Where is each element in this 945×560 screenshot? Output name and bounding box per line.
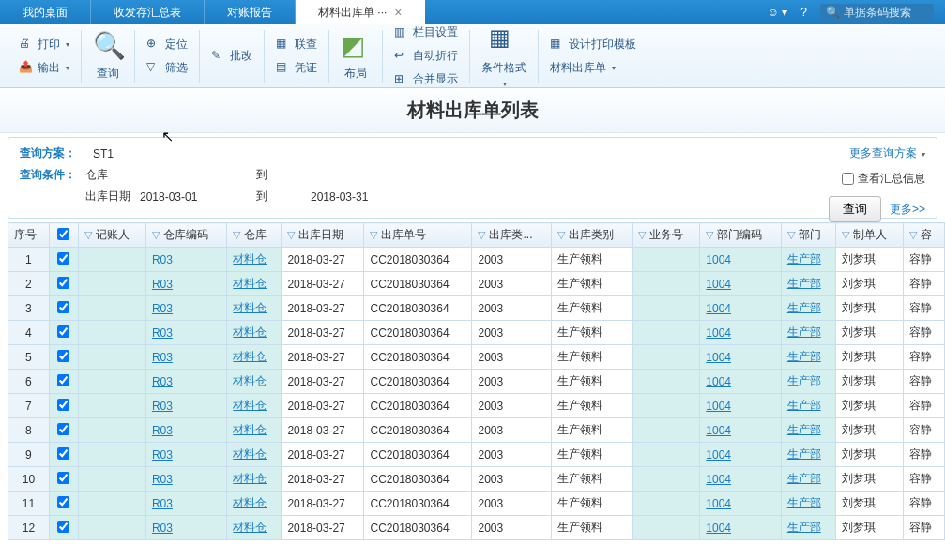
col-last[interactable]: ▽容 [904,223,945,248]
cell-wh-code[interactable]: R03 [145,418,226,443]
cell-wh-code[interactable]: R03 [145,492,226,516]
cell-check[interactable] [49,492,78,516]
locate-button[interactable]: ⊕定位 [143,35,191,54]
row-checkbox[interactable] [57,472,69,484]
filter-icon[interactable]: ▽ [152,229,160,240]
cell-wh-code[interactable]: R03 [145,370,226,394]
search-input[interactable] [844,6,928,19]
cell-dept-code[interactable]: 1004 [700,418,781,443]
table-row[interactable]: 5 R03 材料仓 2018-03-27 CC2018030364 2003 生… [8,345,945,370]
cell-check[interactable] [49,370,78,394]
more-link[interactable]: 更多>> [890,203,925,216]
col-wh-code[interactable]: ▽仓库编码 [145,223,226,248]
cell-wh-code[interactable]: R03 [145,296,226,321]
cell-wh[interactable]: 材料仓 [227,516,282,540]
filter-icon[interactable]: ▽ [638,229,646,240]
col-date[interactable]: ▽出库日期 [282,223,364,248]
col-biz[interactable]: ▽业务号 [633,223,700,248]
cell-dept-code[interactable]: 1004 [700,272,781,296]
filter-icon[interactable]: ▽ [557,229,565,240]
col-wh[interactable]: ▽仓库 [227,223,282,248]
cell-wh-code[interactable]: R03 [145,321,226,345]
filter-icon[interactable]: ▽ [233,229,240,240]
cell-check[interactable] [49,467,78,492]
table-row[interactable]: 3 R03 材料仓 2018-03-27 CC2018030364 2003 生… [8,296,945,321]
date-to[interactable]: 2018-03-31 [311,190,404,204]
merge-show-button[interactable]: ⊞合并显示 [390,69,462,89]
cell-dept-code[interactable]: 1004 [700,321,781,345]
table-row[interactable]: 9 R03 材料仓 2018-03-27 CC2018030364 2003 生… [8,443,945,467]
cell-wh[interactable]: 材料仓 [227,418,282,443]
cell-wh-code[interactable]: R03 [145,516,226,540]
query-button[interactable]: 🔍 查询 [89,28,127,83]
batch-button[interactable]: ✎批改 [207,46,256,66]
col-seq[interactable]: 序号 [8,223,50,248]
cell-check[interactable] [49,394,78,418]
cell-wh[interactable]: 材料仓 [227,370,282,394]
cell-dept-code[interactable]: 1004 [700,296,781,321]
row-checkbox[interactable] [57,301,69,313]
cell-dept[interactable]: 生产部 [781,418,835,443]
cell-dept[interactable]: 生产部 [781,394,835,418]
layout-button[interactable]: ◩ 布局 [337,28,374,83]
cell-dept[interactable]: 生产部 [781,467,835,492]
cell-wh[interactable]: 材料仓 [227,394,282,418]
help-icon[interactable]: ? [800,6,807,19]
cell-dept[interactable]: 生产部 [781,296,835,321]
col-dept-code[interactable]: ▽部门编码 [700,223,781,248]
cell-check[interactable] [49,443,78,467]
cell-wh[interactable]: 材料仓 [227,345,282,370]
row-checkbox[interactable] [57,423,69,435]
cell-dept-code[interactable]: 1004 [700,248,781,272]
filter-icon[interactable]: ▽ [478,229,485,240]
table-row[interactable]: 7 R03 材料仓 2018-03-27 CC2018030364 2003 生… [8,394,945,418]
summary-checkbox[interactable] [842,173,854,185]
cell-check[interactable] [49,248,78,272]
col-dept[interactable]: ▽部门 [781,223,835,248]
col-maker[interactable]: ▽制单人 [835,223,903,248]
cell-wh-code[interactable]: R03 [145,467,226,492]
cell-wh[interactable]: 材料仓 [227,272,282,296]
row-checkbox[interactable] [57,496,69,508]
cell-wh[interactable]: 材料仓 [227,492,282,516]
summary-checkbox-wrap[interactable]: 查看汇总信息 [842,171,925,187]
cell-wh[interactable]: 材料仓 [227,248,282,272]
filter-icon[interactable]: ▽ [909,229,917,240]
cell-dept[interactable]: 生产部 [781,516,835,540]
column-set-button[interactable]: ▥栏目设置 [390,23,462,42]
table-row[interactable]: 1 R03 材料仓 2018-03-27 CC2018030364 2003 生… [8,248,945,272]
table-row[interactable]: 2 R03 材料仓 2018-03-27 CC2018030364 2003 生… [8,272,945,296]
col-class[interactable]: ▽出库类... [472,223,551,248]
cell-dept[interactable]: 生产部 [781,443,835,467]
cell-check[interactable] [49,296,78,321]
link-query-button[interactable]: ▦联查 [272,35,321,54]
table-row[interactable]: 12 R03 材料仓 2018-03-27 CC2018030364 2003 … [8,516,945,540]
col-checkall[interactable] [49,223,78,248]
row-checkbox[interactable] [57,277,69,289]
cell-dept[interactable]: 生产部 [781,321,835,345]
cond-format-button[interactable]: ▦ 条件格式▾ [478,23,530,90]
cell-dept[interactable]: 生产部 [781,272,835,296]
cell-check[interactable] [49,516,78,540]
cell-dept-code[interactable]: 1004 [700,394,781,418]
tab-inout-summary[interactable]: 收发存汇总表 [91,0,205,24]
table-row[interactable]: 10 R03 材料仓 2018-03-27 CC2018030364 2003 … [8,467,945,492]
auto-wrap-button[interactable]: ↩自动折行 [390,46,462,66]
table-row[interactable]: 6 R03 材料仓 2018-03-27 CC2018030364 2003 生… [8,370,945,394]
filter-button[interactable]: ▽筛选 [143,58,191,78]
col-no[interactable]: ▽出库单号 [364,223,472,248]
output-button[interactable]: 📤输出▾ [15,58,73,78]
cell-wh-code[interactable]: R03 [145,272,226,296]
col-poster[interactable]: ▽记账人 [78,223,145,248]
date-from[interactable]: 2018-03-01 [140,190,234,204]
cell-dept-code[interactable]: 1004 [700,345,781,370]
cell-wh[interactable]: 材料仓 [227,296,282,321]
design-template-button[interactable]: ▦设计打印模板 [546,35,640,54]
cell-dept[interactable]: 生产部 [781,492,835,516]
cell-wh-code[interactable]: R03 [145,394,226,418]
filter-icon[interactable]: ▽ [787,229,795,240]
cell-wh[interactable]: 材料仓 [227,443,282,467]
table-row[interactable]: 8 R03 材料仓 2018-03-27 CC2018030364 2003 生… [8,418,945,443]
filter-icon[interactable]: ▽ [706,229,713,240]
checkall[interactable] [57,228,69,240]
